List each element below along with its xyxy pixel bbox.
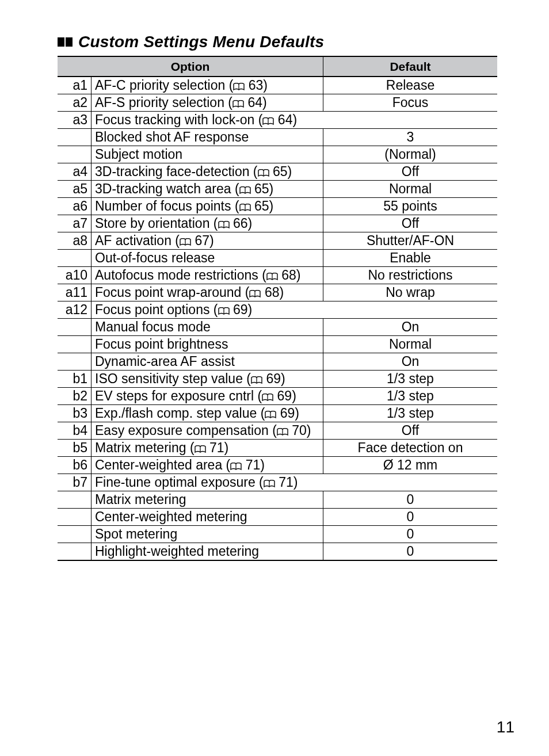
row-code: a10 xyxy=(58,267,92,284)
row-option: 3D-tracking watch area ( 65) xyxy=(92,181,323,198)
row-option: AF-C priority selection ( 63) xyxy=(92,77,323,94)
row-code xyxy=(58,526,92,543)
page-ref: ( 68) xyxy=(262,268,300,282)
table-row: Spot metering0 xyxy=(58,526,497,543)
option-name: EV steps for exposure cntrl xyxy=(95,388,254,403)
row-default: Normal xyxy=(323,181,498,198)
row-option-sub: Blocked shot AF response xyxy=(92,129,323,146)
row-option: Focus tracking with lock-on ( 64) xyxy=(92,112,498,129)
row-code: a5 xyxy=(58,181,92,198)
page-ref-number: 71 xyxy=(209,440,224,455)
column-header-option: Option xyxy=(58,56,323,77)
table-row: Manual focus modeOn xyxy=(58,319,497,336)
table-row: Center-weighted metering0 xyxy=(58,509,497,526)
page-ref: ( 69) xyxy=(214,302,252,317)
row-option: EV steps for exposure cntrl ( 69) xyxy=(92,388,323,405)
table-row: a3Focus tracking with lock-on ( 64) xyxy=(58,112,497,129)
row-default: Ø 12 mm xyxy=(323,457,498,474)
row-option-sub: Matrix metering xyxy=(92,491,323,509)
row-code xyxy=(58,319,92,336)
row-default: Normal xyxy=(323,336,498,353)
row-option-sub: Subject motion xyxy=(92,146,323,163)
row-code xyxy=(58,250,92,267)
page-ref: ( 68) xyxy=(245,285,284,300)
page-ref: ( 71) xyxy=(226,457,265,472)
settings-table: Option Default a1AF-C priority selection… xyxy=(58,56,497,561)
page-ref-icon xyxy=(239,186,251,194)
option-name: Focus point wrap-around xyxy=(95,285,241,300)
option-name: Center-weighted area xyxy=(95,457,222,472)
option-name: Autofocus mode restrictions xyxy=(95,268,258,282)
page-ref-number: 68 xyxy=(265,285,280,300)
page-ref: ( 65) xyxy=(235,181,273,196)
option-name: 3D-tracking face-detection xyxy=(95,164,249,179)
option-name: AF-C priority selection xyxy=(95,78,225,93)
table-row: a8AF activation ( 67)Shutter/AF-ON xyxy=(58,232,497,250)
table-row: Dynamic-area AF assistOn xyxy=(58,353,497,371)
row-code: a1 xyxy=(58,77,92,94)
table-row: a11Focus point wrap-around ( 68)No wrap xyxy=(58,284,497,301)
row-default: Shutter/AF-ON xyxy=(323,232,498,250)
row-default: 55 points xyxy=(323,198,498,215)
table-row: Focus point brightnessNormal xyxy=(58,336,497,353)
row-option: AF activation ( 67) xyxy=(92,232,323,250)
row-code: b7 xyxy=(58,474,92,491)
row-code: a2 xyxy=(58,94,92,112)
table-row: Blocked shot AF response3 xyxy=(58,129,497,146)
row-option-sub: Manual focus mode xyxy=(92,319,323,336)
row-default: 0 xyxy=(323,509,498,526)
row-code xyxy=(58,336,92,353)
row-option: Store by orientation ( 66) xyxy=(92,215,323,232)
row-code: b6 xyxy=(58,457,92,474)
page-ref-number: 69 xyxy=(233,302,248,317)
table-row: a2AF-S priority selection ( 64)Focus xyxy=(58,94,497,112)
page-ref: ( 65) xyxy=(235,198,273,213)
row-option-sub: Center-weighted metering xyxy=(92,509,323,526)
page-ref: ( 63) xyxy=(229,78,268,93)
page-number: 11 xyxy=(497,718,514,736)
table-row: b2EV steps for exposure cntrl ( 69)1/3 s… xyxy=(58,388,497,405)
table-row: b6Center-weighted area ( 71)Ø 12 mm xyxy=(58,457,497,474)
table-row: Matrix metering0 xyxy=(58,491,497,509)
row-code: a8 xyxy=(58,232,92,250)
row-default: Enable xyxy=(323,250,498,267)
page-ref-icon xyxy=(266,273,278,281)
row-default: Off xyxy=(323,163,498,181)
row-option: Number of focus points ( 65) xyxy=(92,198,323,215)
page-ref-icon xyxy=(180,238,191,246)
table-row: a7Store by orientation ( 66)Off xyxy=(58,215,497,232)
page-ref-icon xyxy=(239,204,251,212)
heading-bullets-icon xyxy=(58,32,74,51)
row-code: b2 xyxy=(58,388,92,405)
row-default: Off xyxy=(323,215,498,232)
row-code: b4 xyxy=(58,422,92,440)
page-ref-icon xyxy=(262,394,273,402)
row-option: Exp./flash comp. step value ( 69) xyxy=(92,405,323,422)
option-name: Number of focus points xyxy=(95,198,231,213)
table-row: Out-of-focus releaseEnable xyxy=(58,250,497,267)
row-default: On xyxy=(323,319,498,336)
table-row: a12Focus point options ( 69) xyxy=(58,301,497,319)
section-heading: Custom Settings Menu Defaults xyxy=(58,32,497,51)
row-option: Fine-tune optimal exposure ( 71) xyxy=(92,474,498,491)
row-code xyxy=(58,509,92,526)
page-ref-icon xyxy=(232,100,244,108)
row-default: No restrictions xyxy=(323,267,498,284)
page-ref-icon xyxy=(230,463,242,471)
table-row: a6Number of focus points ( 65)55 points xyxy=(58,198,497,215)
table-row: Subject motion(Normal) xyxy=(58,146,497,163)
row-default: 1/3 step xyxy=(323,405,498,422)
row-default: 1/3 step xyxy=(323,371,498,388)
row-default: Focus xyxy=(323,94,498,112)
option-name: Matrix metering xyxy=(95,440,186,455)
option-name: AF activation xyxy=(95,233,171,248)
row-option: Autofocus mode restrictions ( 68) xyxy=(92,267,323,284)
table-row: b7Fine-tune optimal exposure ( 71) xyxy=(58,474,497,491)
page-ref-number: 69 xyxy=(277,388,292,403)
page-ref-number: 70 xyxy=(292,423,307,438)
page-ref-icon xyxy=(262,117,274,125)
page-ref-number: 64 xyxy=(247,95,262,110)
page-ref-number: 63 xyxy=(249,78,264,93)
row-code: a11 xyxy=(58,284,92,301)
row-code: a3 xyxy=(58,112,92,129)
